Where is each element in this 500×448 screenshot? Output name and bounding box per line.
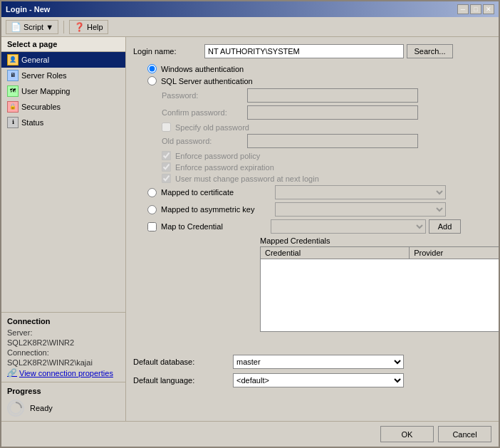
help-label: Help: [87, 23, 103, 31]
enforce-expiration-checkbox[interactable]: [162, 162, 171, 172]
sidebar-item-securables[interactable]: 🔒 Securables: [1, 99, 125, 115]
mapped-to-cert-row: Mapped to certificate: [147, 185, 491, 199]
view-connection-properties-link[interactable]: 🔗 View connection properties: [7, 368, 120, 377]
enforce-expiration-label: Enforce password expiration: [175, 163, 274, 172]
user-must-change-checkbox[interactable]: [162, 174, 171, 183]
connection-header: Connection: [7, 317, 120, 325]
sidebar-items: 👤 General 🖥 Server Roles 🗺 User Mapping …: [1, 52, 125, 312]
user-must-change-row: User must change password at next login: [162, 174, 491, 183]
sidebar-label-securables: Securables: [21, 103, 61, 111]
login-name-row: Login name: Search...: [133, 44, 491, 58]
sidebar-header: Select a page: [1, 37, 125, 52]
sidebar-item-general[interactable]: 👤 General: [1, 52, 125, 68]
script-label: Script: [24, 23, 43, 31]
old-password-row: Old password:: [162, 134, 491, 148]
title-bar: Login - New ─ □ ✕: [1, 1, 499, 17]
window-title: Login - New: [6, 5, 50, 14]
specify-old-password-row: Specify old password: [162, 123, 491, 132]
specify-old-password-checkbox[interactable]: [162, 123, 171, 132]
sql-auth-radio[interactable]: [147, 76, 157, 85]
credential-col-header: Credential: [261, 247, 410, 259]
map-to-credential-checkbox[interactable]: [147, 222, 157, 231]
password-row: Password:: [162, 88, 491, 103]
enforce-policy-row: Enforce password policy: [162, 151, 491, 160]
default-language-row: Default language: <default>: [133, 373, 491, 387]
auth-radio-group: Windows authentication SQL Server authen…: [147, 64, 491, 85]
mapped-to-key-label: Mapped to asymmetric key: [161, 205, 275, 214]
login-name-label: Login name:: [133, 47, 204, 56]
sidebar-item-server-roles[interactable]: 🖥 Server Roles: [1, 68, 125, 83]
windows-auth-row: Windows authentication: [147, 64, 491, 73]
confirm-password-input[interactable]: [247, 105, 418, 120]
map-to-credential-label: Map to Credential: [161, 222, 271, 231]
default-database-select[interactable]: master: [233, 355, 404, 369]
sidebar-label-status: Status: [21, 118, 43, 127]
main-content: Select a page 👤 General 🖥 Server Roles 🗺…: [1, 37, 499, 421]
connection-value: SQL2K8R2\WINR2\kajai: [7, 358, 120, 367]
server-roles-icon: 🖥: [7, 70, 19, 81]
mapped-to-cert-radio[interactable]: [147, 188, 157, 197]
script-dropdown-arrow: ▼: [46, 23, 53, 31]
mapped-credentials-label: Mapped Credentials: [260, 236, 491, 245]
search-button[interactable]: Search...: [407, 44, 453, 58]
help-icon: ❓: [74, 22, 85, 32]
default-language-label: Default language:: [133, 376, 233, 385]
server-value: SQL2K8R2\WINR2: [7, 338, 120, 347]
title-bar-buttons: ─ □ ✕: [457, 4, 494, 14]
status-icon: ℹ: [7, 117, 19, 128]
sidebar-label-user-mapping: User Mapping: [21, 87, 70, 95]
sidebar-item-user-mapping[interactable]: 🗺 User Mapping: [1, 83, 125, 99]
mapped-to-key-radio[interactable]: [147, 205, 157, 214]
enforce-policy-label: Enforce password policy: [175, 152, 260, 160]
help-button[interactable]: ❓ Help: [69, 20, 108, 34]
login-name-input[interactable]: [204, 44, 404, 58]
map-credential-row: Map to Credential Add: [147, 219, 491, 234]
provider-col-header: Provider: [410, 247, 499, 259]
sidebar-label-general: General: [21, 56, 49, 64]
progress-header: Progress: [7, 387, 120, 395]
link-icon: 🔗: [7, 368, 17, 377]
mapped-to-cert-label: Mapped to certificate: [161, 188, 275, 197]
add-credential-button[interactable]: Add: [429, 219, 461, 234]
minimize-button[interactable]: ─: [457, 4, 469, 14]
password-label: Password:: [162, 91, 247, 100]
user-mapping-icon: 🗺: [7, 85, 19, 97]
maximize-button[interactable]: □: [470, 4, 481, 14]
password-input[interactable]: [247, 88, 418, 103]
progress-status: Ready: [30, 404, 53, 412]
script-icon: 📄: [11, 22, 21, 32]
enforce-policy-checkbox[interactable]: [162, 151, 171, 160]
credentials-table: Credential Provider: [261, 247, 499, 259]
default-language-select[interactable]: <default>: [233, 373, 404, 387]
server-label: Server:: [7, 328, 120, 337]
mapped-to-key-row: Mapped to asymmetric key: [147, 202, 491, 217]
connection-label: Connection:: [7, 348, 120, 357]
close-button[interactable]: ✕: [483, 4, 494, 14]
windows-auth-label: Windows authentication: [161, 65, 244, 73]
ok-button[interactable]: OK: [380, 426, 434, 442]
connection-section: Connection Server: SQL2K8R2\WINR2 Connec…: [1, 312, 125, 382]
connection-link-label: View connection properties: [19, 369, 113, 377]
cancel-button[interactable]: Cancel: [438, 426, 491, 442]
default-database-label: Default database:: [133, 358, 233, 366]
credentials-table-container: Credential Provider: [260, 246, 499, 332]
sidebar-item-status[interactable]: ℹ Status: [1, 115, 125, 130]
progress-content: Ready: [7, 400, 120, 417]
enforce-expiration-row: Enforce password expiration: [162, 162, 491, 172]
securables-icon: 🔒: [7, 101, 19, 113]
mapped-to-cert-select[interactable]: [275, 185, 446, 199]
map-to-credential-select[interactable]: [271, 219, 426, 234]
sql-auth-row: SQL Server authentication: [147, 76, 491, 85]
main-window: Login - New ─ □ ✕ 📄 Script ▼ ❓ Help Sele…: [0, 0, 500, 448]
general-icon: 👤: [7, 54, 19, 66]
specify-old-password-label: Specify old password: [175, 123, 249, 132]
old-password-label: Old password:: [162, 137, 247, 145]
sidebar-label-server-roles: Server Roles: [21, 71, 67, 80]
confirm-password-row: Confirm password:: [162, 105, 491, 120]
right-panel: Login name: Search... Windows authentica…: [126, 37, 499, 421]
mapped-to-key-select[interactable]: [275, 202, 446, 217]
old-password-input[interactable]: [247, 134, 418, 148]
script-button[interactable]: 📄 Script ▼: [6, 20, 58, 34]
sql-auth-label: SQL Server authentication: [161, 77, 253, 85]
windows-auth-radio[interactable]: [147, 64, 157, 73]
